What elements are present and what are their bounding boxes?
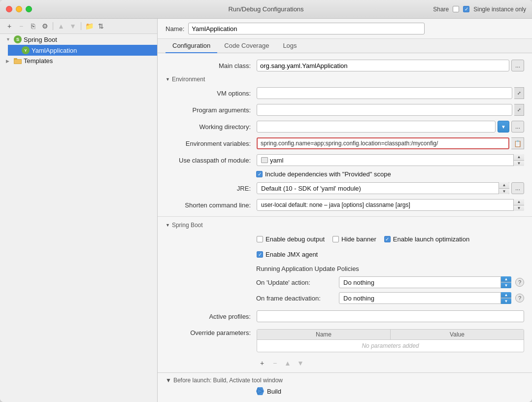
jre-label: JRE: xyxy=(166,185,257,192)
on-frame-stepper-down[interactable]: ▼ xyxy=(501,298,511,304)
enable-launch-label: Enable launch optimization xyxy=(393,235,469,243)
before-launch-edit-button[interactable]: ✏ xyxy=(282,399,293,402)
active-profiles-row: Active profiles: xyxy=(158,308,532,325)
new-folder-button[interactable]: 📁 xyxy=(84,21,95,32)
single-instance-checkbox[interactable] xyxy=(463,6,469,12)
vm-options-input[interactable] xyxy=(257,87,512,99)
add-param-button[interactable]: + xyxy=(257,358,267,368)
shorten-cmd-stepper: ▲ ▼ xyxy=(513,199,524,211)
yaml-app-label: YamlApplication xyxy=(32,47,77,54)
before-launch-up-button[interactable]: ▲ xyxy=(295,399,305,402)
value-column-header: Value xyxy=(391,330,524,339)
copy-button[interactable]: ⎘ xyxy=(28,21,38,32)
before-launch-down-button[interactable]: ▼ xyxy=(307,399,318,402)
hide-banner-checkbox-row[interactable]: Hide banner xyxy=(332,235,376,243)
no-params-text: No parameters added xyxy=(360,340,421,351)
on-update-stepper-down[interactable]: ▼ xyxy=(501,282,511,288)
on-update-stepper-up[interactable]: ▲ xyxy=(501,276,511,282)
spring-boot-children: Y YamlApplication xyxy=(0,45,157,56)
running-app-section: Running Application Update Policies On '… xyxy=(158,263,532,308)
jre-stepper-up[interactable]: ▲ xyxy=(499,182,509,189)
add-button[interactable]: + xyxy=(4,21,15,32)
sidebar-item-templates[interactable]: ▶ Templates xyxy=(0,56,157,66)
tab-bar: Configuration Code Coverage Logs xyxy=(158,39,532,53)
settings-button[interactable]: ⚙ xyxy=(39,21,50,32)
on-frame-stepper: ▲ ▼ xyxy=(500,292,511,304)
remove-param-button[interactable]: − xyxy=(269,358,280,368)
close-button[interactable] xyxy=(6,6,12,12)
jre-stepper-down[interactable]: ▼ xyxy=(499,189,509,195)
on-update-help-button[interactable]: ? xyxy=(515,278,524,287)
enable-jmx-checkbox-row[interactable]: Enable JMX agent xyxy=(257,251,318,258)
single-instance-label: Single instance only xyxy=(473,6,526,13)
before-launch-remove-button[interactable]: − xyxy=(269,399,280,402)
on-frame-help-button[interactable]: ? xyxy=(515,294,524,302)
remove-button[interactable]: − xyxy=(16,21,27,32)
working-dir-browse-button[interactable]: ... xyxy=(511,121,524,133)
move-down-button[interactable]: ▼ xyxy=(67,21,78,32)
main-class-control: ... xyxy=(257,60,524,71)
enable-debug-checkbox-row[interactable]: Enable debug output xyxy=(257,235,325,243)
main-class-input[interactable] xyxy=(257,60,509,71)
sidebar-item-yaml-app[interactable]: Y YamlApplication xyxy=(8,45,157,56)
shorten-cmd-stepper-down[interactable]: ▼ xyxy=(514,205,524,211)
active-profiles-control xyxy=(257,310,524,322)
sort-button[interactable]: ⇅ xyxy=(96,21,106,32)
window-title: Run/Debug Configurations xyxy=(228,5,303,13)
env-vars-input[interactable] xyxy=(257,137,509,149)
module-stepper-up[interactable]: ▲ xyxy=(514,154,524,161)
enable-launch-checkbox[interactable] xyxy=(384,236,391,242)
working-dir-input[interactable] xyxy=(257,121,496,133)
module-stepper-down[interactable]: ▼ xyxy=(514,161,524,167)
on-frame-value: Do nothing xyxy=(343,295,374,302)
classpath-module-row: Use classpath of module: yaml ▲ ▼ xyxy=(158,152,532,168)
on-frame-stepper-up[interactable]: ▲ xyxy=(501,292,511,298)
on-update-value: Do nothing xyxy=(343,279,374,286)
move-param-down-button[interactable]: ▼ xyxy=(295,358,306,368)
on-frame-select-container: Do nothing ▲ ▼ xyxy=(339,292,511,304)
name-input[interactable] xyxy=(188,23,425,34)
env-vars-copy-button[interactable]: 📋 xyxy=(511,137,524,149)
program-args-input[interactable] xyxy=(257,104,512,116)
enable-jmx-checkbox[interactable] xyxy=(257,251,263,258)
before-launch-header[interactable]: ▼ Before launch: Build, Activate tool wi… xyxy=(158,375,532,386)
program-args-row: Program arguments: ⤢ xyxy=(158,101,532,118)
jre-browse-button[interactable]: ... xyxy=(511,182,524,194)
program-args-expand-button[interactable]: ⤢ xyxy=(514,104,524,116)
environment-section-header[interactable]: ▼ Environment xyxy=(158,74,532,85)
working-dir-row: Working directory: ▼ ... xyxy=(158,118,532,135)
tab-logs[interactable]: Logs xyxy=(276,39,303,53)
tab-code-coverage[interactable]: Code Coverage xyxy=(217,39,276,53)
enable-launch-checkbox-row[interactable]: Enable launch optimization xyxy=(384,235,469,243)
minimize-button[interactable] xyxy=(16,6,22,12)
move-up-button[interactable]: ▲ xyxy=(56,21,66,32)
before-launch-section: ▼ Before launch: Build, Activate tool wi… xyxy=(158,372,532,402)
shorten-cmd-stepper-up[interactable]: ▲ xyxy=(514,199,524,205)
before-launch-add-button[interactable]: + xyxy=(256,399,267,402)
on-frame-row: On frame deactivation: Do nothing ▲ ▼ ? xyxy=(256,290,524,306)
environment-arrow: ▼ xyxy=(166,77,170,82)
spring-boot-section-header[interactable]: ▼ Spring Boot xyxy=(158,220,532,231)
enable-debug-checkbox[interactable] xyxy=(257,236,263,242)
name-row: Name: xyxy=(158,19,532,39)
override-params-label: Override parameters: xyxy=(166,327,257,336)
maximize-button[interactable] xyxy=(26,6,32,12)
main-class-browse-button[interactable]: ... xyxy=(511,60,524,71)
move-param-up-button[interactable]: ▲ xyxy=(282,358,293,368)
working-dir-dropdown-button[interactable]: ▼ xyxy=(498,121,509,133)
share-checkbox[interactable] xyxy=(453,6,459,12)
override-params-table: Name Value No parameters added xyxy=(257,329,524,352)
svg-rect-2 xyxy=(14,60,21,64)
jre-select-container: Default (10 - SDK of 'yaml' module) ▲ ▼ xyxy=(257,182,509,194)
include-deps-checkbox[interactable] xyxy=(256,171,263,177)
classpath-module-label: Use classpath of module: xyxy=(166,157,257,164)
build-item: Build xyxy=(158,386,532,397)
before-launch-arrow: ▼ xyxy=(166,377,171,384)
tab-configuration[interactable]: Configuration xyxy=(166,39,217,53)
on-update-row: On 'Update' action: Do nothing ▲ ▼ ? xyxy=(256,274,524,290)
hide-banner-checkbox[interactable] xyxy=(332,236,339,242)
program-args-label: Program arguments: xyxy=(166,106,257,114)
active-profiles-input[interactable] xyxy=(257,310,524,322)
sidebar-item-spring-boot[interactable]: ▼ S Spring Boot xyxy=(0,34,157,45)
vm-options-expand-button[interactable]: ⤢ xyxy=(514,87,524,99)
